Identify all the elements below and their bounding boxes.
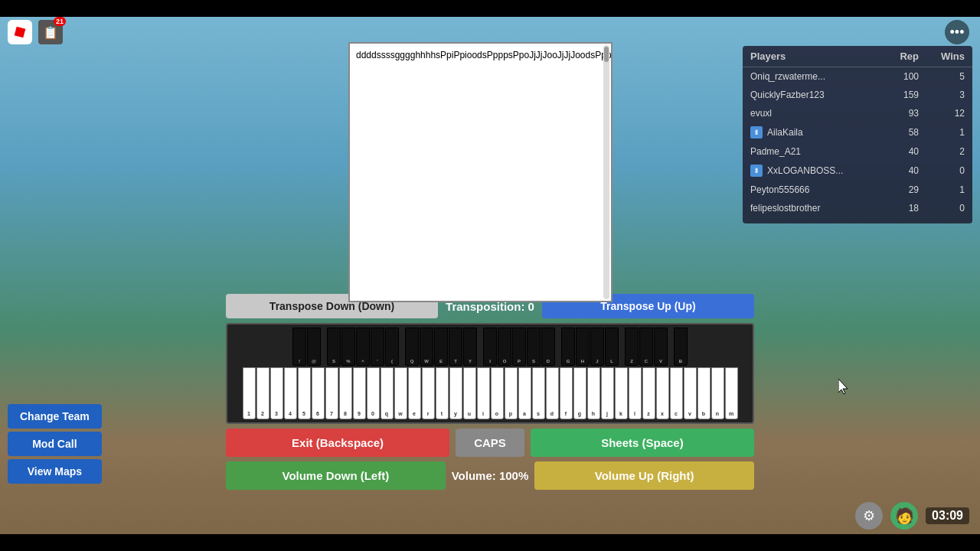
change-team-button[interactable]: Change Team xyxy=(8,404,102,429)
white-piano-key[interactable]: p xyxy=(505,367,518,419)
black-piano-key[interactable]: Z xyxy=(625,328,639,366)
white-piano-key[interactable]: 9 xyxy=(353,367,366,419)
roblox-logo-icon[interactable] xyxy=(8,20,32,44)
white-piano-key[interactable]: g xyxy=(573,367,586,419)
table-row: Padme_A21 40 2 xyxy=(743,142,972,161)
player-icon: Ⅱ xyxy=(750,165,763,177)
white-piano-key[interactable]: f xyxy=(560,367,573,419)
white-piano-key[interactable]: y xyxy=(449,367,462,419)
player-rep: 18 xyxy=(873,203,919,214)
white-piano-key[interactable]: q xyxy=(381,367,394,419)
black-piano-key[interactable]: ^ xyxy=(356,328,370,366)
player-wins: 0 xyxy=(919,165,965,176)
white-piano-key[interactable]: j xyxy=(601,367,614,419)
white-piano-key[interactable]: b xyxy=(697,367,710,419)
bottom-black-bar xyxy=(0,534,980,551)
black-piano-key[interactable]: G xyxy=(561,328,575,366)
bottom-row2: Volume Down (Left) Volume: 100% Volume U… xyxy=(226,461,754,490)
sheet-scrollbar[interactable] xyxy=(603,45,609,299)
white-piano-key[interactable]: w xyxy=(394,367,407,419)
black-piano-key[interactable]: @ xyxy=(307,328,321,366)
black-piano-key[interactable]: % xyxy=(341,328,355,366)
black-piano-key[interactable]: S xyxy=(527,328,541,366)
white-piano-key[interactable]: s xyxy=(532,367,545,419)
table-row: QuicklyFazber123 159 3 xyxy=(743,86,972,104)
caps-button[interactable]: CAPS xyxy=(456,429,524,457)
exit-button[interactable]: Exit (Backspace) xyxy=(226,429,449,457)
black-piano-key[interactable]: V xyxy=(654,328,668,366)
black-piano-key[interactable]: W xyxy=(420,328,433,366)
black-piano-key[interactable]: O xyxy=(498,328,511,366)
white-piano-key[interactable]: 4 xyxy=(284,367,297,419)
table-row: Ⅱ XxLOGANBOSS... 40 0 xyxy=(743,161,972,181)
player-wins: 2 xyxy=(919,146,965,157)
bottom-key-row: 1234567890qwertyuiopasdfghjklzxcvbnm xyxy=(230,367,750,419)
leaderboard-panel: Players Rep Wins Oniq_rzwaterme... 100 5… xyxy=(743,46,972,223)
volume-down-button[interactable]: Volume Down (Left) xyxy=(226,461,446,490)
black-piano-key[interactable]: ' xyxy=(371,328,384,366)
white-piano-key[interactable]: 1 xyxy=(243,367,256,419)
white-piano-key[interactable]: d xyxy=(546,367,559,419)
player-name: evuxl xyxy=(750,108,873,119)
sheet-display: ddddssssgggghhhhsPpiPpioodsPpppsPpoJjJjJ… xyxy=(348,42,612,302)
sheets-button[interactable]: Sheets (Space) xyxy=(531,429,754,457)
white-piano-key[interactable]: z xyxy=(642,367,655,419)
white-piano-key[interactable]: 0 xyxy=(367,367,380,419)
black-piano-key[interactable]: Y xyxy=(463,328,477,366)
lb-header-wins: Wins xyxy=(919,51,965,62)
left-side-buttons: Change TeamMod CallView Maps xyxy=(8,404,102,484)
table-row: Ⅱ AilaKaila 58 1 xyxy=(743,122,972,142)
white-piano-key[interactable]: k xyxy=(615,367,628,419)
white-piano-key[interactable]: l xyxy=(629,367,642,419)
black-piano-key[interactable]: J xyxy=(590,328,604,366)
white-piano-key[interactable]: x xyxy=(656,367,669,419)
black-piano-key[interactable]: B xyxy=(674,328,688,366)
black-piano-key[interactable]: E xyxy=(434,328,448,366)
white-piano-key[interactable]: 6 xyxy=(312,367,325,419)
white-piano-key[interactable]: o xyxy=(491,367,504,419)
black-piano-key[interactable]: ! xyxy=(292,328,306,366)
white-piano-key[interactable]: 2 xyxy=(256,367,270,419)
black-piano-key[interactable]: D xyxy=(541,328,555,366)
white-piano-key[interactable]: n xyxy=(711,367,724,419)
white-piano-key[interactable]: 5 xyxy=(298,367,311,419)
white-piano-key[interactable]: r xyxy=(422,367,435,419)
white-piano-key[interactable]: h xyxy=(587,367,600,419)
black-piano-key[interactable]: Q xyxy=(405,328,419,366)
player-rep: 159 xyxy=(873,90,919,100)
white-piano-key[interactable]: m xyxy=(725,367,738,419)
view-maps-button[interactable]: View Maps xyxy=(8,459,102,484)
white-piano-key[interactable]: c xyxy=(670,367,683,419)
black-piano-key[interactable]: L xyxy=(605,328,619,366)
white-piano-key[interactable]: e xyxy=(408,367,421,419)
settings-gear-button[interactable]: ⚙ xyxy=(855,502,883,530)
volume-label: Volume: 100% xyxy=(452,469,529,482)
player-rep: 40 xyxy=(873,146,919,157)
white-piano-key[interactable]: 3 xyxy=(270,367,283,419)
white-piano-key[interactable]: t xyxy=(436,367,449,419)
black-piano-key[interactable]: C xyxy=(639,328,653,366)
player-rep: 29 xyxy=(873,184,919,195)
white-piano-key[interactable]: 8 xyxy=(339,367,352,419)
white-piano-key[interactable]: i xyxy=(477,367,490,419)
avatar-button[interactable]: 🧑 xyxy=(890,502,918,530)
white-piano-key[interactable]: v xyxy=(684,367,697,419)
black-piano-key[interactable]: ( xyxy=(385,328,399,366)
player-wins: 5 xyxy=(919,71,965,82)
volume-up-button[interactable]: Volume Up (Right) xyxy=(534,461,754,490)
white-piano-key[interactable]: a xyxy=(518,367,531,419)
notification-icon[interactable]: 📋 21 xyxy=(38,20,63,44)
black-piano-key[interactable]: I xyxy=(483,328,497,366)
player-wins: 0 xyxy=(919,203,965,214)
mod-call-button[interactable]: Mod Call xyxy=(8,432,102,456)
bottom-right-icons: ⚙ 🧑 03:09 xyxy=(855,502,969,530)
white-piano-key[interactable]: 7 xyxy=(325,367,338,419)
black-piano-key[interactable]: S xyxy=(327,328,341,366)
more-options-icon[interactable]: ••• xyxy=(945,20,969,44)
black-piano-key[interactable]: P xyxy=(512,328,526,366)
black-piano-key[interactable]: T xyxy=(449,328,462,366)
scrollbar-thumb[interactable] xyxy=(604,47,609,62)
white-piano-key[interactable]: u xyxy=(463,367,476,419)
black-piano-key[interactable]: H xyxy=(576,328,590,366)
player-name: Padme_A21 xyxy=(750,146,873,157)
